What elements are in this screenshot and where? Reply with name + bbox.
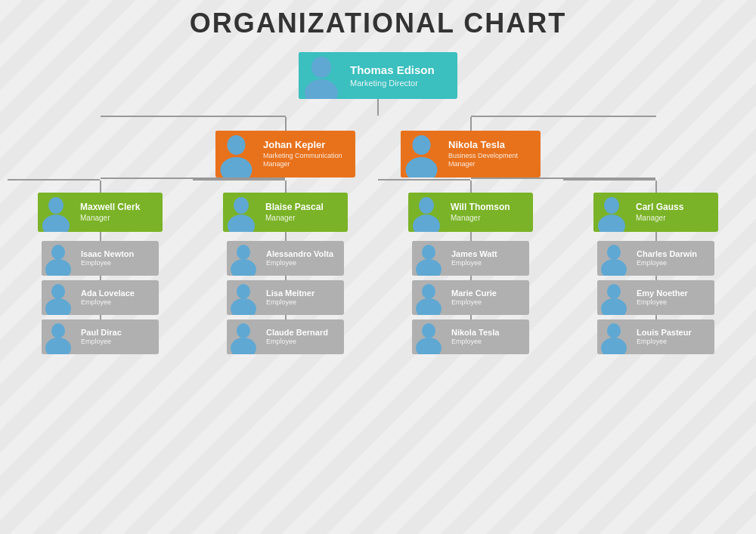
blaise-avatar [223,193,259,232]
carl-info: Carl Gauss Manager [630,199,718,227]
svg-point-21 [231,338,256,354]
volta-info: Alessandro Volta Employee [260,245,344,271]
col2-vline-container [193,181,378,193]
volta-avatar [227,241,260,276]
nikola2-person-icon [412,319,445,354]
l2-right-avatar [401,131,442,177]
chart-title: ORGANIZATIONAL CHART [8,8,748,39]
col-maxwell: Maxwell Clerk Manager [8,177,193,354]
blaise-name: Blaise Pascal [265,202,342,214]
claude-role: Employee [266,338,338,347]
l2-bracket-row: Johan Kepler Marketing CommunicationMana… [8,116,748,177]
maxwell-avatar [38,193,74,232]
l2-left-card: Johan Kepler Marketing CommunicationMana… [215,131,355,177]
james-avatar [412,241,445,276]
carl-node: Carl Gauss Manager [593,193,718,232]
carl-vline-down [655,232,657,241]
will-vline-down [470,232,472,241]
claude-info: Claude Bernard Employee [260,324,344,350]
l2-right-group: Nikola Tesla Business DevelopmentManager [378,116,748,177]
l2-right-info: Nikola Tesla Business DevelopmentManager [442,136,541,172]
svg-point-3 [221,157,253,177]
charles-card: Charles Darwin Employee [597,241,714,276]
nikola2-avatar [412,319,445,354]
svg-point-16 [237,245,250,260]
charles-role: Employee [637,259,708,268]
maxwell-role: Manager [80,213,156,223]
maxwell-card: Maxwell Clerk Manager [38,193,163,232]
svg-point-8 [51,245,65,260]
l2-left-vline [285,117,287,131]
james-node: James Watt Employee [412,241,529,276]
top-person-icon [299,52,344,99]
maxwell-node: Maxwell Clerk Manager [38,193,163,232]
maxwell-vline-down [100,232,101,241]
blaise-node: Blaise Pascal Manager [223,193,348,232]
carl-card: Carl Gauss Manager [593,193,718,232]
svg-point-19 [231,298,256,315]
svg-point-10 [51,284,65,299]
louis-node: Louis Pasteur Employee [597,319,714,354]
col4-vline [655,181,657,193]
col3-vline [470,181,472,193]
svg-point-13 [45,338,71,354]
lisa-avatar [227,280,260,315]
l2-right-card-container: Nikola Tesla Business DevelopmentManager [378,131,748,177]
nikola2-name: Nikola Tesla [451,327,523,338]
top-card: Thomas Edison Marketing Director [299,52,457,99]
top-card-info: Thomas Edison Marketing Director [344,60,457,91]
svg-point-23 [413,215,440,232]
svg-point-14 [234,197,249,214]
isaac-avatar [42,241,75,276]
svg-point-27 [416,298,442,315]
l2-right-vline-container [378,117,748,131]
claude-name: Claude Bernard [266,327,338,338]
svg-point-15 [228,215,255,232]
nikola2-info: Nikola Tesla Employee [445,324,529,350]
org-chart: Thomas Edison Marketing Director [8,48,748,354]
paul-avatar [42,319,75,354]
col3-vline-container [378,181,563,193]
ada-name: Ada Lovelace [81,288,153,298]
svg-point-31 [598,215,625,232]
ada-info: Ada Lovelace Employee [75,285,159,310]
ada-card: Ada Lovelace Employee [42,280,159,315]
will-person-icon [408,193,445,232]
charles-avatar [597,241,631,276]
col1-vline [100,181,101,193]
marie-card: Marie Curie Employee [412,280,529,315]
nikola2-card: Nikola Tesla Employee [412,319,529,354]
paul-node: Paul Dirac Employee [42,319,159,354]
svg-point-5 [406,157,438,177]
top-connector-down [377,99,379,116]
top-node: Thomas Edison Marketing Director [299,52,457,99]
col-blaise: Blaise Pascal Manager [193,177,378,354]
carl-name: Carl Gauss [636,202,712,214]
volta-node: Alessandro Volta Employee [227,241,344,276]
svg-point-34 [607,284,621,299]
emy-node: Emy Noether Employee [597,280,714,315]
marie-node: Marie Curie Employee [412,280,529,315]
isaac-person-icon [42,241,75,276]
james-info: James Watt Employee [445,245,529,271]
svg-point-28 [422,323,435,338]
col2-vline [285,181,287,193]
blaise-card: Blaise Pascal Manager [223,193,348,232]
volta-name: Alessandro Volta [266,248,338,259]
volta-person-icon [227,241,260,276]
top-avatar [299,52,344,99]
volta-role: Employee [266,259,338,268]
svg-point-26 [422,284,435,299]
top-name: Thomas Edison [350,63,451,78]
james-person-icon [412,241,445,276]
svg-point-36 [607,323,621,338]
will-name: Will Thomson [451,202,527,214]
louis-avatar [597,319,631,354]
svg-point-4 [413,135,431,155]
lisa-node: Lisa Meitner Employee [227,280,344,315]
ada-node: Ada Lovelace Employee [42,280,159,315]
carl-role: Manager [636,213,712,223]
lisa-role: Employee [266,298,338,307]
isaac-info: Isaac Newton Employee [75,245,159,271]
l2-right-node: Nikola Tesla Business DevelopmentManager [401,131,541,177]
